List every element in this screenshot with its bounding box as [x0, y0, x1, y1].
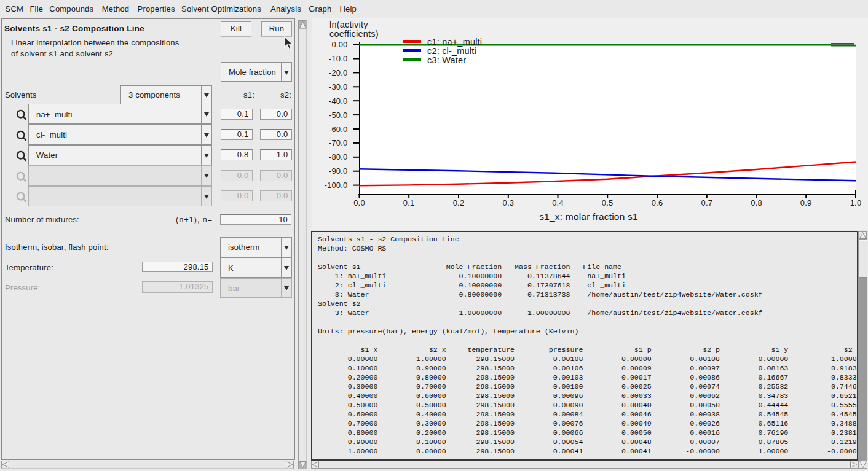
- svg-text:-90.0: -90.0: [329, 166, 348, 176]
- svg-text:s1_x: molar fraction s1: s1_x: molar fraction s1: [539, 211, 638, 222]
- svg-text:0.9: 0.9: [800, 198, 812, 208]
- svg-text:-50.0: -50.0: [329, 111, 348, 120]
- svg-text:-10.0: -10.0: [329, 54, 348, 63]
- svg-text:coefficients): coefficients): [329, 29, 379, 39]
- svg-text:0.5: 0.5: [602, 198, 614, 208]
- svg-text:0.00: 0.00: [331, 40, 347, 49]
- svg-text:c2: cl-_multi: c2: cl-_multi: [427, 46, 476, 56]
- svg-text:-70.0: -70.0: [329, 138, 348, 147]
- svg-text:0.8: 0.8: [751, 198, 762, 208]
- svg-text:-100.0: -100.0: [324, 181, 347, 190]
- svg-text:c3: Water: c3: Water: [427, 55, 466, 65]
- svg-text:0.3: 0.3: [502, 198, 514, 208]
- svg-text:-60.0: -60.0: [329, 125, 348, 134]
- svg-text:0.2: 0.2: [453, 198, 465, 208]
- svg-text:-30.0: -30.0: [329, 82, 348, 91]
- svg-text:0.7: 0.7: [701, 198, 712, 208]
- svg-text:0.0: 0.0: [353, 198, 365, 208]
- svg-text:-80.0: -80.0: [329, 152, 348, 162]
- svg-text:c1: na+_multi: c1: na+_multi: [427, 37, 482, 47]
- svg-text:-40.0: -40.0: [329, 96, 348, 106]
- svg-text:-20.0: -20.0: [329, 68, 348, 77]
- svg-text:0.6: 0.6: [652, 198, 663, 208]
- svg-text:0.4: 0.4: [552, 198, 564, 208]
- svg-text:0.1: 0.1: [403, 198, 415, 208]
- svg-text:1.0: 1.0: [850, 198, 862, 208]
